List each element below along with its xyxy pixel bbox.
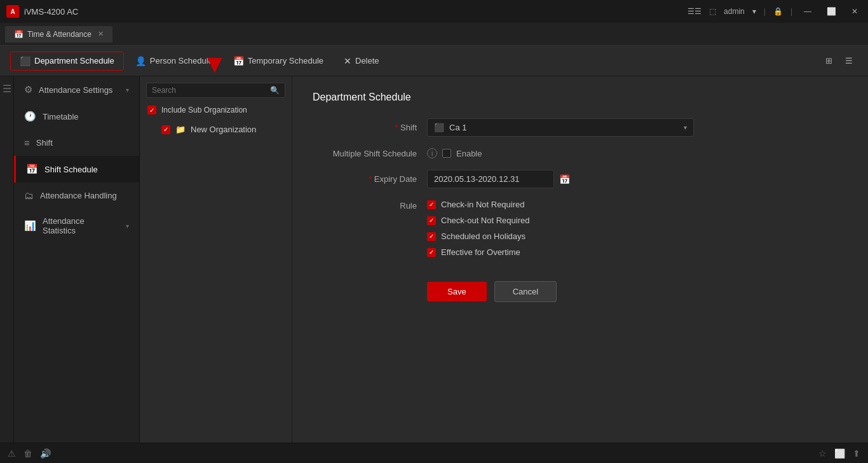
- status-left: ⚠ 🗑 🔊: [8, 448, 51, 459]
- person-icon: 👤: [135, 56, 146, 66]
- monitor-icon: ⬚: [709, 7, 716, 16]
- multiple-shift-checkbox[interactable]: [442, 149, 451, 158]
- org-item-new-organization[interactable]: 📁 New Organization: [146, 122, 285, 137]
- admin-label: admin: [724, 7, 745, 16]
- expiry-date-row: * Expiry Date 2020.05.13-2020.12.31 📅: [313, 170, 694, 188]
- arrow-icon-stats: ▾: [126, 223, 129, 230]
- title-bar-right: ☰☰ ⬚ admin ▾ | 🔒 | — ⬜ ✕: [688, 6, 862, 17]
- multiple-shift-label: Multiple Shift Schedule: [313, 149, 427, 158]
- org-item-label: New Organization: [191, 125, 256, 134]
- attendance-statistics-icon: 📊: [24, 220, 36, 232]
- sidebar-label-shift: Shift: [36, 138, 53, 148]
- dropdown-icon: ▾: [752, 7, 756, 16]
- dept-schedule-icon: ⬛: [20, 56, 31, 66]
- time-attendance-tab[interactable]: 📅 Time & Attendance ✕: [5, 26, 112, 43]
- delete-label: Delete: [355, 56, 379, 66]
- holidays-checkbox[interactable]: [427, 232, 436, 241]
- shift-select-value: Ca 1: [449, 123, 679, 132]
- multiple-shift-row: Multiple Shift Schedule i Enable: [313, 148, 694, 158]
- delete-btn[interactable]: ✕ Delete: [335, 52, 388, 70]
- list-view-btn[interactable]: ☰: [840, 52, 858, 70]
- include-sub-org-checkbox[interactable]: [147, 106, 156, 114]
- view-toggle: ⊞ ☰: [820, 52, 858, 70]
- sidebar-item-shift[interactable]: ≡ Shift: [14, 130, 139, 156]
- shift-label: * Shift: [313, 123, 427, 132]
- org-checkbox[interactable]: [161, 125, 170, 134]
- checkout-option[interactable]: Check-out Not Required: [427, 216, 529, 225]
- main-layout: ☰ ⚙ Attendance Settings ▾ 🕐 Timetable ≡ …: [0, 76, 868, 443]
- minimize-btn[interactable]: —: [800, 6, 815, 17]
- person-schedule-label: Person Schedule: [150, 56, 213, 66]
- sidebar-item-shift-schedule[interactable]: 📅 Shift Schedule: [14, 156, 139, 183]
- expiry-date-input[interactable]: 2020.05.13-2020.12.31: [427, 170, 554, 188]
- shift-select-icon: ⬛: [434, 123, 444, 132]
- app-logo: A: [6, 5, 19, 18]
- tab-label: Time & Attendance: [27, 30, 92, 39]
- button-row: Save Cancel: [313, 281, 694, 302]
- form-section: * Shift ⬛ Ca 1 ▾ Multiple Shift Schedule: [313, 118, 694, 302]
- sidebar-item-attendance-statistics[interactable]: 📊 Attendance Statistics ▾: [14, 209, 139, 243]
- sidebar-item-attendance-handling[interactable]: 🗂 Attendance Handling: [14, 183, 139, 209]
- tab-close-icon[interactable]: ✕: [98, 30, 104, 38]
- content-area: Department Schedule * Shift ⬛ Ca 1 ▾: [292, 76, 868, 443]
- sidebar-label-timetable: Timetable: [43, 112, 79, 121]
- trash-icon[interactable]: 🗑: [24, 448, 32, 459]
- expiry-date-label: * Expiry Date: [313, 174, 427, 184]
- alert-icon[interactable]: ⚠: [8, 448, 16, 459]
- close-btn[interactable]: ✕: [848, 6, 862, 17]
- sidebar-toggle[interactable]: ☰: [0, 76, 14, 443]
- checkin-label: Check-in Not Required: [441, 200, 525, 209]
- include-sub-org-label: Include Sub Organization: [161, 106, 247, 114]
- info-icon: i: [427, 148, 437, 158]
- maximize-btn[interactable]: ⬜: [823, 6, 840, 17]
- overtime-checkbox[interactable]: [427, 248, 436, 257]
- attendance-settings-icon: ⚙: [24, 84, 32, 95]
- department-schedule-btn[interactable]: ⬛ Department Schedule: [10, 52, 124, 71]
- arrow-icon-settings: ▾: [126, 86, 129, 93]
- sidebar-label-attendance-handling: Attendance Handling: [40, 191, 117, 200]
- dept-schedule-label: Department Schedule: [34, 56, 114, 66]
- title-bar: A iVMS-4200 AC ☰☰ ⬚ admin ▾ | 🔒 | — ⬜ ✕: [0, 0, 868, 23]
- list-icon: ☰☰: [688, 7, 702, 16]
- checkin-checkbox[interactable]: [427, 200, 436, 209]
- calendar-icon[interactable]: 📅: [559, 174, 570, 184]
- temp-schedule-icon: 📅: [233, 56, 244, 66]
- search-box[interactable]: 🔍: [146, 83, 285, 98]
- status-bar: ⚠ 🗑 🔊 ☆ ⬜ ⬆: [0, 443, 868, 463]
- temporary-schedule-btn[interactable]: 📅 Temporary Schedule: [224, 52, 332, 70]
- overtime-option[interactable]: Effective for Overtime: [427, 247, 529, 257]
- person-schedule-btn[interactable]: 👤 Person Schedule: [126, 52, 222, 70]
- sound-icon[interactable]: 🔊: [40, 448, 51, 459]
- sidebar-label-attendance-statistics: Attendance Statistics: [43, 216, 119, 235]
- cancel-button[interactable]: Cancel: [494, 281, 557, 302]
- monitor-status-icon[interactable]: ⬜: [834, 448, 845, 459]
- sidebar-item-timetable[interactable]: 🕐 Timetable: [14, 103, 139, 130]
- multiple-shift-control: i Enable: [427, 148, 694, 158]
- org-panel: 🔍 Include Sub Organization 📁 New Organiz…: [140, 76, 292, 443]
- toolbar: ⬛ Department Schedule 👤 Person Schedule …: [0, 46, 868, 76]
- folder-icon: 📁: [175, 125, 186, 134]
- checkout-checkbox[interactable]: [427, 216, 436, 225]
- lock-icon: 🔒: [773, 7, 783, 16]
- tab-icon: 📅: [14, 30, 24, 39]
- grid-view-btn[interactable]: ⊞: [820, 52, 837, 70]
- app-title: iVMS-4200 AC: [24, 7, 78, 17]
- include-sub-org-row[interactable]: Include Sub Organization: [146, 103, 285, 117]
- shift-select[interactable]: ⬛ Ca 1 ▾: [427, 118, 694, 137]
- rule-row: Rule Check-in Not Required Check-out Not…: [313, 200, 694, 257]
- search-icon: 🔍: [270, 86, 280, 95]
- checkin-option[interactable]: Check-in Not Required: [427, 200, 529, 209]
- save-button[interactable]: Save: [427, 282, 487, 301]
- sidebar-item-attendance-settings[interactable]: ⚙ Attendance Settings ▾: [14, 76, 139, 103]
- attendance-handling-icon: 🗂: [24, 190, 34, 201]
- holidays-option[interactable]: Scheduled on Holidays: [427, 232, 529, 241]
- holidays-label: Scheduled on Holidays: [441, 232, 526, 241]
- timetable-icon: 🕐: [24, 111, 36, 122]
- tab-bar: 📅 Time & Attendance ✕: [0, 23, 868, 46]
- overtime-label: Effective for Overtime: [441, 247, 520, 257]
- expiry-date-control: 2020.05.13-2020.12.31 📅: [427, 170, 694, 188]
- pin-icon[interactable]: ☆: [818, 448, 827, 459]
- checkout-label: Check-out Not Required: [441, 216, 529, 225]
- search-input[interactable]: [152, 86, 266, 95]
- expand-icon[interactable]: ⬆: [853, 448, 860, 459]
